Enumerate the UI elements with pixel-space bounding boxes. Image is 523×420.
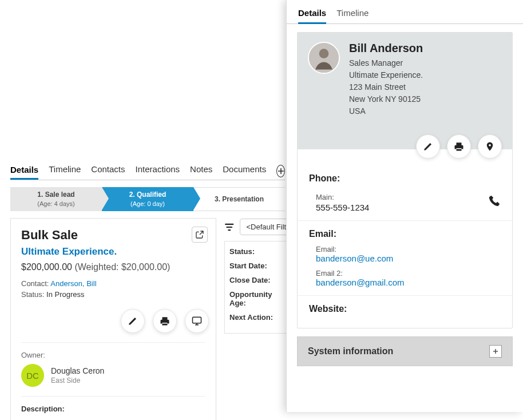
svg-rect-0	[193, 317, 201, 323]
contact-street: 123 Main Street	[349, 81, 423, 93]
contact-company: Ultimate Experience.	[349, 69, 423, 81]
present-button[interactable]	[185, 309, 209, 333]
stage-title: 3. Presentation	[215, 195, 264, 203]
contact-tab-timeline[interactable]: Timeline	[336, 8, 369, 23]
svg-point-2	[319, 49, 329, 58]
contact-tab-details[interactable]: Details	[298, 8, 326, 24]
filter-icon	[224, 221, 234, 233]
stage-age: (Age: 0 day)	[102, 200, 193, 208]
email2-label: Email 2:	[316, 269, 501, 278]
sales-pipeline: 1. Sale lead (Age: 4 days) 2. Qualified …	[10, 187, 285, 211]
pencil-icon	[128, 316, 138, 326]
stage-title: 2. Qualified	[102, 191, 193, 200]
contact-header: Bill Anderson Sales Manager Ultimate Exp…	[298, 33, 512, 149]
owner-name: Douglas Ceron	[51, 366, 104, 375]
phone-icon[interactable]	[488, 195, 501, 207]
contact-actions	[298, 134, 512, 159]
email1-link[interactable]: banderson@ue.com	[316, 253, 393, 263]
stage-age: (Age: 4 days)	[10, 200, 102, 208]
phone-section-title: Phone:	[309, 173, 501, 184]
stage-qualified[interactable]: 2. Qualified (Age: 0 day)	[102, 187, 193, 211]
contact-locate-button[interactable]	[478, 134, 502, 159]
email2-link[interactable]: banderson@gmail.com	[316, 278, 404, 287]
stage-presentation[interactable]: 3. Presentation	[193, 187, 285, 211]
amount-line: $200,000.00 (Weighted: $20,000.00)	[21, 262, 205, 272]
tab-details[interactable]: Details	[10, 165, 38, 180]
contact-line: Contact: Anderson, Bill	[21, 279, 205, 288]
opportunity-title: Bulk Sale	[21, 228, 205, 243]
owner-avatar: DC	[21, 364, 44, 387]
svg-point-3	[489, 144, 491, 146]
tab-notes[interactable]: Notes	[190, 164, 212, 177]
filter-opportunity-age-label: Opportunity Age:	[229, 290, 288, 307]
expand-system-info-button[interactable]	[489, 345, 502, 358]
printer-icon	[454, 141, 464, 152]
phone-section: Phone: Main: 555-559-1234	[298, 165, 512, 220]
pencil-icon	[423, 141, 433, 152]
filter-close-date-label: Close Date:	[229, 276, 288, 284]
print-button[interactable]	[153, 309, 177, 333]
email1-label: Email:	[316, 245, 501, 253]
filter-panel: <Default Filter> Status: Start Date: Clo…	[224, 219, 293, 334]
stage-sale-lead[interactable]: 1. Sale lead (Age: 4 days)	[10, 187, 102, 211]
status-label: Status:	[21, 290, 44, 299]
tab-interactions[interactable]: Interactions	[136, 164, 180, 177]
main-tabs: Details Timeline Contacts Interactions N…	[10, 164, 285, 180]
contact-print-button[interactable]	[447, 134, 471, 159]
website-section-title: Website:	[309, 304, 501, 314]
contact-card: Bill Anderson Sales Manager Ultimate Exp…	[297, 32, 513, 328]
owner-label: Owner:	[21, 351, 205, 359]
filter-next-action-label: Next Action:	[229, 313, 288, 322]
contact-name: Bill Anderson	[349, 42, 423, 55]
plus-icon	[492, 348, 499, 355]
description-label: Description:	[21, 405, 205, 413]
map-pin-icon	[485, 140, 495, 153]
owner-region: East Side	[51, 377, 104, 385]
weighted-value: (Weighted: $20,000.00)	[74, 262, 170, 272]
contact-title: Sales Manager	[349, 57, 423, 69]
company-link[interactable]: Ultimate Experience.	[21, 246, 205, 257]
system-information-header[interactable]: System information	[297, 336, 513, 366]
add-tab-button[interactable]	[276, 165, 285, 177]
share-button[interactable]	[192, 227, 208, 243]
contact-avatar	[308, 42, 340, 74]
contact-country: USA	[349, 105, 423, 117]
amount-value: $200,000.00	[21, 262, 72, 272]
stage-title: 1. Sale lead	[10, 191, 102, 200]
tab-contacts[interactable]: Contacts	[91, 164, 125, 177]
tab-documents[interactable]: Documents	[223, 164, 266, 177]
system-information-title: System information	[308, 346, 393, 356]
contact-link[interactable]: Anderson, Bill	[50, 279, 96, 288]
description-section: Description: They are interested in bike…	[21, 396, 205, 420]
website-section: Website:	[298, 295, 512, 328]
email-section: Email: Email: banderson@ue.com Email 2: …	[298, 220, 512, 295]
contact-tabs: Details Timeline	[287, 0, 523, 24]
phone-main-value: 555-559-1234	[316, 203, 369, 212]
printer-icon	[160, 316, 170, 326]
contact-city: New York NY 90125	[349, 93, 423, 105]
person-photo-icon	[309, 42, 339, 74]
tab-timeline[interactable]: Timeline	[49, 164, 81, 177]
monitor-icon	[191, 316, 203, 326]
filter-dropdown[interactable]: <Default Filter>	[240, 219, 293, 235]
owner-section: Owner: DC Douglas Ceron East Side	[21, 342, 205, 387]
status-line: Status: In Progress	[21, 290, 205, 299]
email-section-title: Email:	[309, 229, 501, 239]
edit-button[interactable]	[121, 309, 145, 333]
filter-fields: Status: Start Date: Close Date: Opportun…	[224, 241, 293, 334]
status-value: In Progress	[46, 290, 84, 299]
description-text: They are interested in bike model 3. The…	[21, 418, 205, 420]
plus-icon	[278, 168, 284, 175]
opportunity-actions	[21, 309, 209, 333]
contact-label: Contact:	[21, 279, 49, 288]
share-icon	[195, 230, 204, 239]
contact-panel: Details Timeline Bill Anderson Sales Man…	[286, 0, 523, 412]
contact-edit-button[interactable]	[416, 134, 440, 159]
filter-start-date-label: Start Date:	[229, 261, 288, 270]
filter-status-label: Status:	[229, 247, 288, 256]
opportunity-card: Bulk Sale Ultimate Experience. $200,000.…	[10, 218, 216, 420]
phone-main-label: Main:	[316, 193, 369, 201]
